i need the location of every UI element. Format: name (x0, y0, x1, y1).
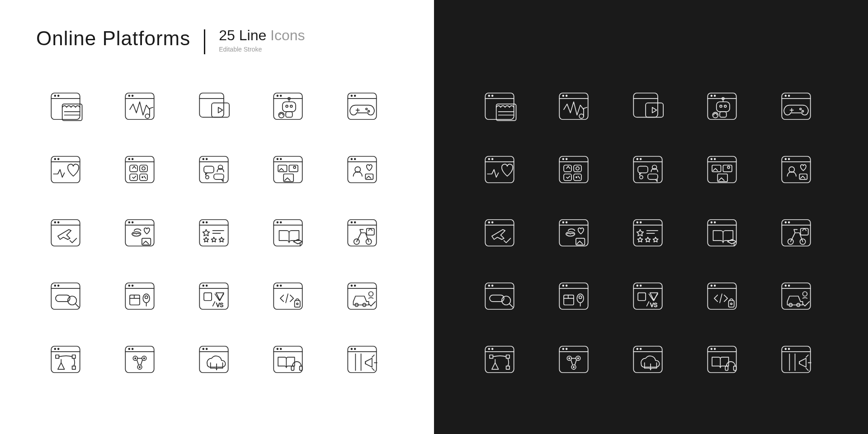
audiobook-icon (702, 339, 742, 380)
subtitle: 25 Line Icons (219, 27, 305, 44)
title-divider (204, 29, 205, 54)
education-learning-icon (268, 212, 308, 253)
anonymous-dating-icon (553, 212, 594, 253)
package-tracking-icon (119, 276, 160, 316)
community-chat-icon (627, 149, 668, 190)
team-network-icon (553, 339, 594, 380)
education-learning-icon (702, 212, 742, 253)
anonymous-dating-icon (119, 212, 160, 253)
online-store-icon (479, 86, 520, 127)
social-profile-icon (342, 149, 382, 190)
food-delivery-icon (776, 212, 816, 253)
ai-chatbot-icon (702, 86, 742, 127)
icon-grid-dark (470, 81, 832, 384)
app-store-icon (119, 149, 160, 190)
reviews-rating-icon (193, 212, 234, 253)
icon-grid-light (36, 81, 398, 384)
gaming-icon (776, 86, 816, 127)
photo-gallery-icon (268, 149, 308, 190)
icon-set-light: Online Platforms 25 Line Icons Editable … (0, 0, 434, 434)
digital-marketing-icon (342, 339, 382, 380)
music-audio-icon (553, 86, 594, 127)
tagline: Editable Stroke (219, 46, 305, 53)
design-vector-icon (479, 339, 520, 380)
ride-sharing-icon (776, 276, 816, 316)
header-spacer (470, 27, 832, 63)
reviews-rating-icon (627, 212, 668, 253)
photo-gallery-icon (702, 149, 742, 190)
count: 25 (219, 27, 235, 43)
package-tracking-icon (553, 276, 594, 316)
search-engine-icon (45, 276, 86, 316)
subtitle-block: 25 Line Icons Editable Stroke (219, 27, 305, 53)
comparison-vs-icon (193, 276, 234, 316)
search-engine-icon (479, 276, 520, 316)
team-network-icon (119, 339, 160, 380)
food-delivery-icon (342, 212, 382, 253)
travel-booking-icon (45, 212, 86, 253)
online-store-icon (45, 86, 86, 127)
open-source-code-icon (268, 276, 308, 316)
suffix: Icons (270, 27, 305, 43)
music-audio-icon (119, 86, 160, 127)
travel-booking-icon (479, 212, 520, 253)
health-heart-icon (479, 149, 520, 190)
video-streaming-icon (627, 86, 668, 127)
ai-chatbot-icon (268, 86, 308, 127)
video-streaming-icon (193, 86, 234, 127)
app-store-icon (553, 149, 594, 190)
design-vector-icon (45, 339, 86, 380)
comparison-vs-icon (627, 276, 668, 316)
digital-marketing-icon (776, 339, 816, 380)
icon-set-dark (434, 0, 868, 434)
set-title: Online Platforms (36, 27, 190, 50)
open-source-code-icon (702, 276, 742, 316)
gaming-icon (342, 86, 382, 127)
audiobook-icon (268, 339, 308, 380)
health-heart-icon (45, 149, 86, 190)
ride-sharing-icon (342, 276, 382, 316)
cloud-library-icon (193, 339, 234, 380)
cloud-library-icon (627, 339, 668, 380)
community-chat-icon (193, 149, 234, 190)
unit: Line (239, 27, 267, 43)
header: Online Platforms 25 Line Icons Editable … (36, 27, 398, 63)
social-profile-icon (776, 149, 816, 190)
